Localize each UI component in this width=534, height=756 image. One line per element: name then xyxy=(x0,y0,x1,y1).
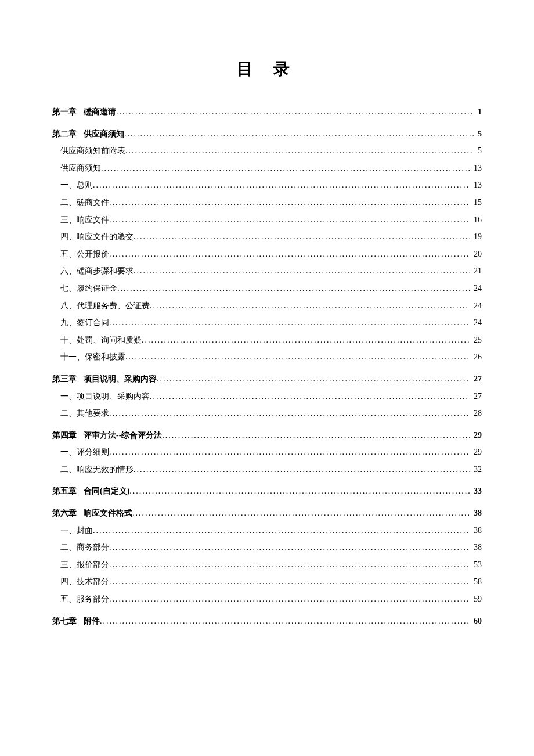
sub-text: 一、评分细则 xyxy=(60,447,109,458)
page-num: 5 xyxy=(474,128,482,140)
page-num: 33 xyxy=(470,485,482,497)
page-num: 38 xyxy=(470,542,482,553)
leader xyxy=(109,408,470,419)
toc-sub: 二、响应无效的情形 32 xyxy=(52,464,482,476)
leader xyxy=(109,542,470,553)
toc-sub: 三、响应文件 16 xyxy=(52,214,482,226)
sub-text: 二、商务部分 xyxy=(60,542,109,553)
sub-text: 十一、保密和披露 xyxy=(60,351,125,363)
toc-sub: 二、其他要求 28 xyxy=(52,408,482,419)
sub-text: 四、技术部分 xyxy=(60,576,109,588)
sub-text: 二、其他要求 xyxy=(60,408,109,419)
page-num: 20 xyxy=(470,249,482,260)
leader xyxy=(134,464,470,476)
toc-page: 目 录 第一章 磋商邀请 1 第二章 供应商须知 5 供应商须知前附表 5 供应… xyxy=(0,0,534,676)
leader xyxy=(109,447,470,458)
chapter-label: 第五章 xyxy=(52,485,77,497)
leader xyxy=(132,507,470,519)
chapter-text: 合同(自定义) xyxy=(84,485,129,497)
page-num: 15 xyxy=(470,197,482,208)
sub-text: 七、履约保证金 xyxy=(60,283,117,294)
page-num: 19 xyxy=(470,231,482,243)
leader xyxy=(116,106,474,118)
chapter-text: 供应商须知 xyxy=(84,128,124,140)
sub-text: 八、代理服务费、公证费 xyxy=(60,300,150,312)
chapter-text: 项目说明、采购内容 xyxy=(84,373,157,385)
page-num: 24 xyxy=(470,283,482,294)
leader xyxy=(134,265,470,277)
toc-sub: 十、处罚、询问和质疑 25 xyxy=(52,334,482,346)
page-num: 16 xyxy=(470,214,482,226)
toc-chapter-2: 第二章 供应商须知 5 xyxy=(52,128,482,140)
leader xyxy=(101,163,470,174)
leader xyxy=(109,576,470,588)
leader xyxy=(150,300,470,312)
page-num: 25 xyxy=(470,334,482,346)
chapter-label: 第三章 xyxy=(52,373,77,385)
toc-sub: 二、商务部分 38 xyxy=(52,542,482,553)
page-num: 60 xyxy=(470,615,482,627)
leader xyxy=(109,317,470,329)
toc-sub: 供应商须知 13 xyxy=(52,163,482,174)
toc-sub: 供应商须知前附表 5 xyxy=(52,145,482,157)
page-num: 5 xyxy=(474,145,482,157)
chapter-text: 评审方法--综合评分法 xyxy=(84,430,162,441)
toc-sub: 二、磋商文件 15 xyxy=(52,197,482,208)
toc-sub: 三、报价部分 53 xyxy=(52,559,482,571)
page-num: 27 xyxy=(470,373,482,385)
toc-sub: 一、封面 38 xyxy=(52,525,482,537)
chapter-label: 第二章 xyxy=(52,128,77,140)
chapter-label: 第一章 xyxy=(52,106,77,118)
leader xyxy=(109,249,470,260)
chapter-text: 响应文件格式 xyxy=(84,507,132,519)
toc-chapter-7: 第七章 附件 60 xyxy=(52,615,482,627)
toc-sub: 五、服务部分 59 xyxy=(52,593,482,605)
page-num: 24 xyxy=(470,317,482,329)
leader xyxy=(125,351,470,363)
sub-text: 二、响应无效的情形 xyxy=(60,464,134,476)
toc-sub: 十一、保密和披露 26 xyxy=(52,351,482,363)
toc-sub: 九、签订合同 24 xyxy=(52,317,482,329)
page-num: 24 xyxy=(470,300,482,312)
toc-sub: 四、技术部分 58 xyxy=(52,576,482,588)
sub-text: 一、总则 xyxy=(60,179,93,191)
page-num: 28 xyxy=(470,408,482,419)
toc-chapter-6: 第六章 响应文件格式 38 xyxy=(52,507,482,519)
page-num: 29 xyxy=(470,447,482,458)
leader xyxy=(124,128,474,140)
toc-chapter-4: 第四章 评审方法--综合评分法 29 xyxy=(52,430,482,441)
chapter-label: 第四章 xyxy=(52,430,77,441)
leader xyxy=(93,525,470,537)
leader xyxy=(109,197,470,208)
sub-text: 九、签订合同 xyxy=(60,317,109,329)
chapter-text: 附件 xyxy=(84,615,100,627)
leader xyxy=(134,231,470,243)
sub-text: 一、封面 xyxy=(60,525,93,537)
page-num: 21 xyxy=(470,265,482,277)
sub-text: 四、响应文件的递交 xyxy=(60,231,134,243)
page-num: 58 xyxy=(470,576,482,588)
toc-sub: 一、项目说明、采购内容 27 xyxy=(52,391,482,402)
page-num: 13 xyxy=(470,163,482,174)
leader xyxy=(109,593,470,605)
leader xyxy=(162,430,470,441)
page-num: 27 xyxy=(470,391,482,402)
page-num: 38 xyxy=(470,507,482,519)
leader xyxy=(117,283,470,294)
leader xyxy=(109,559,470,571)
leader xyxy=(129,485,470,497)
sub-text: 供应商须知 xyxy=(60,163,101,174)
sub-text: 二、磋商文件 xyxy=(60,197,109,208)
page-num: 59 xyxy=(470,593,482,605)
page-num: 1 xyxy=(474,106,482,118)
toc-sub: 一、评分细则 29 xyxy=(52,447,482,458)
sub-text: 三、报价部分 xyxy=(60,559,109,571)
leader xyxy=(142,334,470,346)
toc-sub: 四、响应文件的递交 19 xyxy=(52,231,482,243)
sub-text: 五、公开报价 xyxy=(60,249,109,260)
toc-sub: 六、磋商步骤和要求 21 xyxy=(52,265,482,277)
toc-chapter-3: 第三章 项目说明、采购内容 27 xyxy=(52,373,482,385)
toc-sub: 八、代理服务费、公证费 24 xyxy=(52,300,482,312)
chapter-text: 磋商邀请 xyxy=(84,106,116,118)
sub-text: 供应商须知前附表 xyxy=(60,145,125,157)
